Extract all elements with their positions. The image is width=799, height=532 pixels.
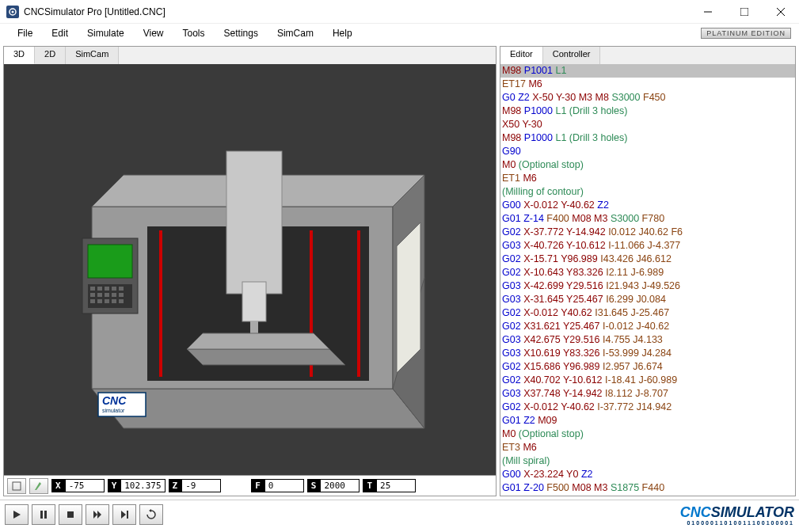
svg-rect-3 [740,8,748,16]
code-line[interactable]: G01 Z-20 F500 M08 M3 S1875 F440 [500,481,795,495]
code-line[interactable]: G00 X-0.012 Y-40.62 Z2 [500,199,795,212]
svg-rect-36 [112,299,116,303]
footer-logo: CNCSIMULATOR 01000011010011100100001 [680,504,794,526]
svg-marker-43 [13,511,21,519]
svg-text:CNC: CNC [102,394,127,407]
coord-f: F0 [251,479,304,492]
window-title: CNCSimulator Pro [Untitled.CNC] [24,6,690,17]
svg-rect-33 [90,299,95,303]
code-line[interactable]: G03 X-42.699 Y29.516 I21.943 J-49.526 [500,279,795,293]
code-line[interactable]: G02 X-37.772 Y-14.942 I0.012 J40.62 F6 [500,226,795,239]
reset-button[interactable] [139,504,163,525]
svg-rect-42 [13,482,21,490]
gcode-editor[interactable]: M98 P1001 L1ET17 M6G0 Z2 X-50 Y-30 M3 M8… [500,64,795,496]
svg-marker-41 [397,222,420,373]
code-line[interactable]: G02 X31.621 Y25.467 I-0.012 J-40.62 [500,320,795,333]
svg-marker-18 [187,349,345,365]
code-line[interactable]: G00 X-23.224 Y0 Z2 [500,468,795,481]
edition-badge: PLATINUM EDITION [701,28,791,39]
svg-rect-44 [40,511,43,519]
svg-rect-37 [119,299,124,303]
coord-t: T25 [363,479,416,492]
code-line[interactable]: G02 X-0.012 Y40.62 I31.645 J-25.467 [500,306,795,320]
svg-marker-49 [121,511,126,519]
maximize-button[interactable] [726,0,763,24]
svg-rect-14 [357,230,360,377]
svg-marker-19 [187,333,329,349]
code-line[interactable]: M98 P1000 L1 (Drill 3 holes) [500,131,795,145]
viewport-tool-2[interactable] [29,478,48,494]
svg-rect-35 [105,299,109,303]
code-line[interactable]: (Milling of contour) [500,185,795,199]
svg-rect-23 [90,287,95,291]
view-tab-3d[interactable]: 3D [4,47,35,64]
code-line[interactable]: G02 X-10.643 Y83.326 I2.11 J-6.989 [500,266,795,279]
svg-rect-45 [44,511,47,519]
menu-simcam[interactable]: SimCam [268,25,323,41]
simulation-controls: CNCSIMULATOR 01000011010011100100001 [0,500,799,529]
editor-tab-editor[interactable]: Editor [500,47,543,64]
view-tab-2d[interactable]: 2D [35,47,66,64]
pause-button[interactable] [32,504,55,525]
minimize-button[interactable] [690,0,726,24]
code-line[interactable]: G03 X-40.726 Y-10.612 I-11.066 J-4.377 [500,239,795,253]
svg-rect-28 [90,293,95,297]
code-line[interactable]: G90 [500,145,795,158]
svg-rect-25 [105,287,109,291]
svg-rect-16 [242,282,266,321]
editor-tabs: EditorController [500,47,795,64]
menu-file[interactable]: File [8,25,42,41]
coordinate-status-bar: X-75 Y102.375 Z-9 F0 S2000 T25 [4,475,496,496]
code-line[interactable]: ET3 M6 [500,441,795,454]
svg-rect-32 [119,293,124,297]
code-line[interactable]: ET1 M6 [500,172,795,185]
code-line[interactable]: G01 Z2 M09 [500,414,795,428]
code-line[interactable]: M0 (Optional stop) [500,428,795,441]
3d-viewport[interactable]: CNC simulator [4,64,496,475]
play-button[interactable] [5,504,29,525]
view-tab-simcam[interactable]: SimCam [66,47,119,64]
svg-rect-34 [97,299,102,303]
code-line[interactable]: G03 X42.675 Y29.516 I4.755 J4.133 [500,333,795,347]
svg-rect-31 [112,293,116,297]
code-line[interactable]: G02 X15.686 Y96.989 I2.957 J6.674 [500,360,795,374]
stop-button[interactable] [59,504,82,525]
step-button[interactable] [112,504,136,525]
view-tabs: 3D2DSimCam [4,47,496,64]
editor-tab-controller[interactable]: Controller [543,47,601,64]
code-line[interactable]: G01 Z-14 F400 M08 M3 S3000 F780 [500,212,795,226]
svg-rect-46 [67,511,74,518]
code-line[interactable]: (Mill spiral) [500,454,795,468]
svg-rect-30 [105,293,109,297]
menu-edit[interactable]: Edit [42,25,78,41]
fast-forward-button[interactable] [86,504,109,525]
close-button[interactable] [763,0,799,24]
coord-y: Y102.375 [108,479,166,492]
coord-s: S2000 [307,479,360,492]
menu-tools[interactable]: Tools [173,25,215,41]
code-line[interactable]: G0 Z2 X-50 Y-30 M3 M8 S3000 F450 [500,91,795,104]
svg-text:simulator: simulator [102,408,125,413]
code-line[interactable]: G02 X-15.71 Y96.989 I43.426 J46.612 [500,253,795,266]
menu-bar: FileEditSimulateViewToolsSettingsSimCamH… [0,24,799,43]
svg-rect-24 [97,287,102,291]
menu-help[interactable]: Help [323,25,362,41]
menu-settings[interactable]: Settings [215,25,268,41]
code-line[interactable]: G03 X37.748 Y-14.942 I8.112 J-8.707 [500,387,795,401]
code-line[interactable]: X50 Y-30 [500,118,795,131]
code-line[interactable]: ET17 M6 [500,78,795,91]
svg-rect-27 [119,287,124,291]
viewport-tool-1[interactable] [7,478,26,494]
code-line[interactable]: G02 X40.702 Y-10.612 I-18.41 J-60.989 [500,374,795,387]
code-line[interactable]: G03 X-31.645 Y25.467 I6.299 J0.084 [500,293,795,306]
svg-rect-21 [88,245,132,278]
code-line[interactable]: G03 X10.619 Y83.326 I-53.999 J4.284 [500,347,795,360]
code-line[interactable]: M98 P1001 L1 [500,64,795,78]
code-line[interactable]: G02 X-0.012 Y-40.62 I-37.772 J14.942 [500,401,795,414]
menu-view[interactable]: View [134,25,173,41]
menu-simulate[interactable]: Simulate [78,25,134,41]
code-line[interactable]: M98 P1000 L1 (Drill 3 holes) [500,104,795,118]
svg-marker-47 [93,511,97,519]
svg-rect-29 [97,293,102,297]
code-line[interactable]: M0 (Optional stop) [500,158,795,172]
